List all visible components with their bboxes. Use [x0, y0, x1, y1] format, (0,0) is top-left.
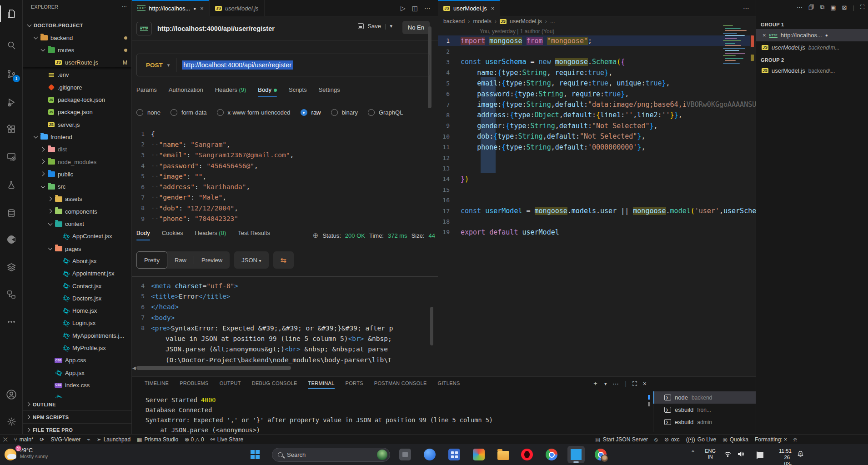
- settings-gear-icon[interactable]: [0, 411, 23, 431]
- body-mode-raw[interactable]: raw: [301, 109, 321, 116]
- view-pretty-button[interactable]: Pretty: [136, 251, 167, 269]
- tree-row[interactable]: MyAppointments.j...: [23, 330, 132, 341]
- request-tab-body[interactable]: Body: [258, 86, 277, 97]
- body-mode-GraphQL[interactable]: GraphQL: [368, 109, 403, 116]
- terminal-item[interactable]: ❯esbuildadmin: [653, 416, 756, 428]
- close-all-icon[interactable]: ⊠: [842, 4, 847, 11]
- close-panel-icon[interactable]: ×: [643, 380, 647, 387]
- tree-row[interactable]: Home.jsx: [23, 305, 132, 317]
- open-editor-row[interactable]: ×HTTPhttp://localhos...●: [756, 29, 868, 41]
- request-tab-settings[interactable]: Settings: [319, 86, 340, 97]
- more-actions-icon[interactable]: ⋯: [797, 4, 803, 11]
- code-line[interactable]: 3const userSchema = new mongoose.Schema(…: [438, 57, 756, 67]
- start-button[interactable]: [246, 446, 264, 463]
- save-all-icon[interactable]: ▣: [830, 4, 836, 11]
- testing-icon[interactable]: [0, 175, 23, 195]
- panel-tab-problems[interactable]: PROBLEMS: [180, 380, 209, 389]
- sidebar-section-npm-scripts[interactable]: NPM SCRIPTS: [23, 410, 132, 423]
- taskbar-app-vscode[interactable]: [567, 446, 585, 463]
- code-line[interactable]: 15: [438, 185, 756, 195]
- layers-icon[interactable]: [0, 257, 23, 277]
- body-mode-form-data[interactable]: form-data: [171, 109, 207, 116]
- clock[interactable]: 11:5126-03-2026: [779, 448, 792, 465]
- search-icon[interactable]: [0, 35, 23, 55]
- code-line[interactable]: 9 gender:{type:String,default:"Not Selec…: [438, 120, 756, 131]
- toggle-layout-icon[interactable]: ⛶: [860, 4, 864, 11]
- status-svg-viewer[interactable]: SVG-Viewer: [48, 435, 84, 445]
- code-line[interactable]: 17const userModel = mongoose.models.user…: [438, 205, 756, 216]
- format-select[interactable]: JSON ▾: [234, 257, 268, 264]
- status-sync[interactable]: ⟳: [37, 435, 48, 445]
- response-body-viewer[interactable]: 4<meta charset="utf-8">5<title>Error</ti…: [132, 280, 432, 365]
- source-control-icon[interactable]: 1: [0, 64, 23, 84]
- code-line[interactable]: 8··"dob": "12/12/2004",: [132, 203, 432, 213]
- code-line[interactable]: 7··"gender": "Male",: [132, 192, 432, 203]
- view-preview-button[interactable]: Preview: [194, 257, 230, 264]
- environment-button[interactable]: No En: [402, 21, 430, 34]
- run-icon[interactable]: ▷: [401, 5, 406, 12]
- code-line[interactable]: (D:\Doctor-Project\backend\node_modules\…: [132, 355, 432, 365]
- tree-row[interactable]: About.jsx: [23, 255, 132, 267]
- tree-row[interactable]: Doctors.jsx: [23, 292, 132, 304]
- status-start-json-server[interactable]: ▤Start JSON Server: [592, 435, 651, 445]
- more-actions-icon[interactable]: ⋯: [743, 5, 749, 12]
- tree-row[interactable]: node_modules: [23, 156, 132, 168]
- close-icon[interactable]: ×: [491, 5, 495, 12]
- tree-row[interactable]: pages: [23, 243, 132, 255]
- request-tab-headers[interactable]: Headers (9): [215, 86, 246, 97]
- explorer-icon[interactable]: [0, 4, 23, 24]
- tree-row[interactable]: src: [23, 181, 132, 193]
- code-line[interactable]: 5··"image": "",: [132, 171, 432, 181]
- status-formatting-[interactable]: Formatting: ×: [752, 435, 790, 445]
- code-area[interactable]: 1import mongoose from "mongoose";23const…: [438, 35, 756, 376]
- tree-row[interactable]: dist: [23, 144, 132, 155]
- code-line[interactable]: 18: [438, 216, 756, 227]
- remote-explorer-icon[interactable]: [0, 147, 23, 167]
- code-line[interactable]: 4··"password": "456456456@",: [132, 160, 432, 171]
- panel-tab-debug-console[interactable]: DEBUG CONSOLE: [252, 380, 297, 389]
- response-tab-headers[interactable]: Headers (8): [195, 230, 226, 240]
- status-remote[interactable]: ⤫: [0, 435, 11, 445]
- tree-row[interactable]: Login.jsx: [23, 317, 132, 329]
- status-go-live[interactable]: ((•))Go Live: [683, 435, 720, 445]
- terminal-item[interactable]: ❯nodebackend: [653, 391, 756, 404]
- taskbar-app-app-blue[interactable]: [421, 446, 438, 463]
- terminal-output[interactable]: Server Started 4000Database ConnectedSyn…: [146, 395, 493, 435]
- body-mode-binary[interactable]: binary: [331, 109, 358, 116]
- chevron-down-icon[interactable]: ▾: [167, 62, 170, 68]
- code-line[interactable]: 6 password:{type:String, require:true},: [438, 89, 756, 99]
- sidebar-section-file-tree-pro[interactable]: FILE TREE PRO: [23, 423, 132, 434]
- tree-row[interactable]: JSserver.js: [23, 119, 132, 130]
- response-tab-test-results[interactable]: Test Results: [238, 230, 270, 240]
- code-line[interactable]: 1import mongoose from "mongoose";: [438, 35, 756, 46]
- code-line[interactable]: 7<body>: [132, 312, 432, 323]
- run-debug-icon[interactable]: [0, 92, 23, 112]
- tray-chevron-icon[interactable]: ⌃: [691, 450, 695, 456]
- tree-row[interactable]: CSSindex.css: [23, 379, 132, 391]
- more-actions-icon[interactable]: ⋯: [612, 380, 619, 387]
- tree-root[interactable]: DOCTOR-PROJECT: [23, 20, 132, 31]
- tree-row[interactable]: JSuserRoute.jsM: [23, 57, 132, 69]
- method-select[interactable]: POST: [137, 62, 167, 69]
- more-actions-icon[interactable]: [0, 312, 23, 332]
- code-line[interactable]: 2··"name": "Sangram",: [132, 139, 432, 150]
- tree-row[interactable]: JSpackage-lock.json: [23, 94, 132, 106]
- code-line[interactable]: 19export default userModel: [438, 227, 756, 237]
- request-tab-params[interactable]: Params: [136, 86, 157, 97]
- new-file-icon[interactable]: 🗍: [808, 4, 814, 11]
- status-live-share[interactable]: ⚯Live Share: [207, 435, 246, 445]
- tree-row[interactable]: .gitignore: [23, 81, 132, 93]
- tree-row[interactable]: CSSApp.css: [23, 355, 132, 366]
- database-icon[interactable]: [0, 203, 23, 223]
- code-line[interactable]: 10 dob:{type:String,default:"Not Selecte…: [438, 131, 756, 142]
- taskbar-app-app-folder[interactable]: [495, 446, 512, 463]
- code-line[interactable]: 16: [438, 195, 756, 205]
- code-line[interactable]: 12: [438, 152, 756, 163]
- status-plug[interactable]: ⌁: [84, 435, 93, 445]
- references-icon[interactable]: [0, 285, 23, 305]
- taskbar-search[interactable]: Search: [272, 448, 390, 462]
- code-line[interactable]: 3··"email": "Sangram12367@gmail.com",: [132, 150, 432, 160]
- body-mode-x-www-form-urlencoded[interactable]: x-www-form-urlencoded: [217, 109, 291, 116]
- tree-row[interactable]: AppContext.jsx: [23, 230, 132, 242]
- taskbar-app-app-dark[interactable]: [396, 446, 414, 463]
